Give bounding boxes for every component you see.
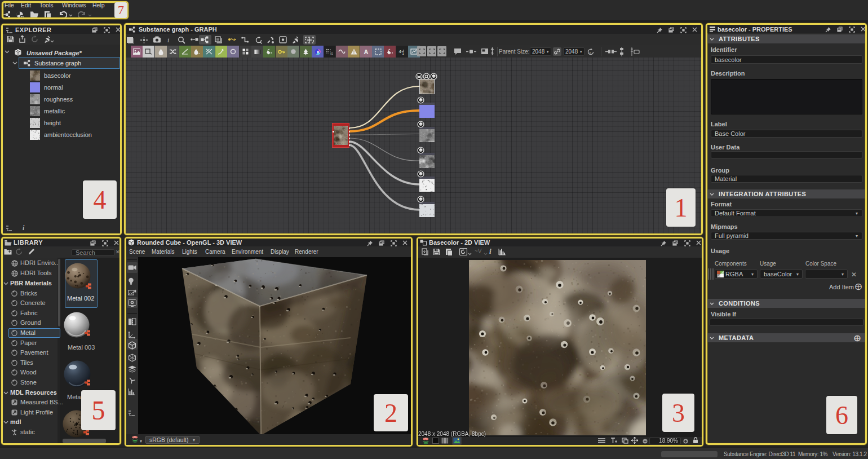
svg-text:x: x	[590, 51, 591, 54]
svg-text:1: 1	[402, 52, 404, 55]
svg-text:A: A	[364, 48, 368, 55]
svg-text:4: 4	[398, 49, 401, 54]
svg-text:i: i	[167, 36, 169, 43]
svg-text:01: 01	[330, 52, 333, 55]
svg-text:1:1: 1:1	[142, 38, 146, 42]
